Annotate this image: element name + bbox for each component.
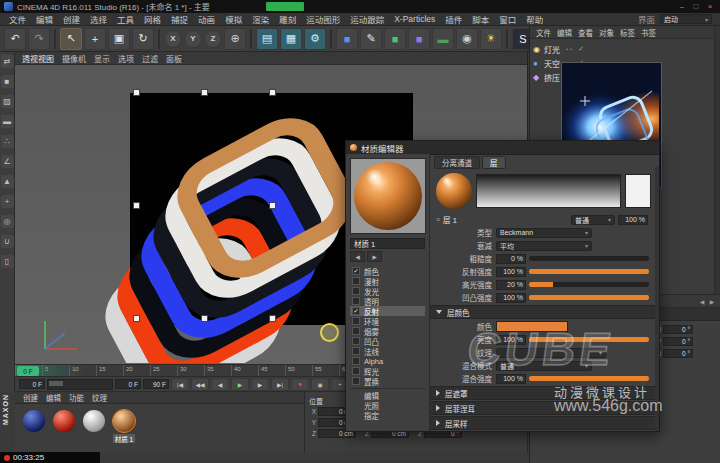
material-swatch[interactable] xyxy=(51,410,77,443)
add-spline-button[interactable]: ✎ xyxy=(360,28,382,50)
menubar-item[interactable]: 渲染 xyxy=(247,13,274,25)
material-channel-row[interactable]: 指定 xyxy=(350,410,425,420)
tab-separate-passes[interactable]: 分离通道 xyxy=(434,156,480,169)
coord-field[interactable]: 0 ° xyxy=(663,337,693,346)
channel-checkbox[interactable] xyxy=(352,377,360,385)
channel-checkbox[interactable] xyxy=(352,327,360,335)
layer-mask-section[interactable]: 层遮罩 xyxy=(430,386,657,400)
material-name-field[interactable]: 材质 1 xyxy=(350,238,425,249)
material-channel-row[interactable]: 反射 xyxy=(350,306,425,316)
coord-field[interactable]: 0 ° xyxy=(663,349,693,358)
menubar-item[interactable]: 运动图形 xyxy=(301,13,345,25)
menubar-item[interactable]: 选择 xyxy=(85,13,112,25)
viewport-menu-item[interactable]: 面板 xyxy=(162,53,186,64)
prev-preview-icon[interactable]: ◀ xyxy=(350,251,365,262)
material-menu-item[interactable]: 纹理 xyxy=(88,392,111,403)
live-selection-icon[interactable]: ↖ xyxy=(60,28,82,50)
mix-mode-select[interactable]: 普通 xyxy=(496,361,592,371)
visibility-dots-icon[interactable] xyxy=(566,46,574,52)
channel-checkbox[interactable] xyxy=(352,367,360,375)
menubar-item[interactable]: 文件 xyxy=(4,13,31,25)
rotate-tool-icon[interactable]: ↻ xyxy=(132,28,154,50)
layer-color-section[interactable]: 层颜色 xyxy=(430,305,657,319)
layer-color-swatch[interactable] xyxy=(496,321,568,332)
menubar-item[interactable]: 雕刻 xyxy=(274,13,301,25)
autokey-icon[interactable]: ◉ xyxy=(311,378,329,391)
selection-handle[interactable] xyxy=(269,315,276,322)
reflection-layer-row[interactable]: ≡ 层 1 普通 100 % xyxy=(430,213,657,226)
specular-strength-field[interactable]: 20 % xyxy=(496,280,526,290)
layer-sampling-section[interactable]: 层采样 xyxy=(430,416,657,430)
material-channel-row[interactable]: 发光 xyxy=(350,286,425,296)
channel-checkbox[interactable] xyxy=(352,337,360,345)
menubar-item[interactable]: 捕捉 xyxy=(166,13,193,25)
mix-strength-field[interactable]: 100 % xyxy=(496,374,526,384)
z-axis-lock-button[interactable]: Z xyxy=(204,30,222,48)
material-channel-row[interactable]: 环境 xyxy=(350,316,425,326)
material-channel-row[interactable]: 透明 xyxy=(350,296,425,306)
viewport-menu-item[interactable]: 过滤 xyxy=(138,53,162,64)
toolbar-icon[interactable] xyxy=(330,29,332,49)
menubar-item[interactable]: 网格 xyxy=(139,13,166,25)
channel-checkbox[interactable] xyxy=(352,357,360,365)
mix-strength-slider[interactable] xyxy=(529,376,649,381)
material-swatch[interactable] xyxy=(21,410,47,443)
reflection-strength-slider[interactable] xyxy=(529,269,649,274)
menubar-item[interactable]: 帮助 xyxy=(521,13,548,25)
texture-mode-icon[interactable]: ▨ xyxy=(1,95,14,108)
next-frame-button[interactable]: ▶ xyxy=(251,378,269,391)
layer-drag-handle-icon[interactable]: ≡ xyxy=(436,216,440,223)
menubar-item[interactable]: 脚本 xyxy=(467,13,494,25)
range-start-field[interactable]: 0 F xyxy=(115,379,141,389)
layer-blend-select[interactable]: 普通 xyxy=(571,215,615,225)
bump-strength-field[interactable]: 100 % xyxy=(496,293,526,303)
object-manager-scrollbar[interactable] xyxy=(714,26,720,294)
maximize-button[interactable]: □ xyxy=(690,2,702,11)
material-channel-row[interactable]: 烟雾 xyxy=(350,326,425,336)
menubar-item[interactable]: 创建 xyxy=(58,13,85,25)
selection-handle[interactable] xyxy=(201,89,208,96)
viewport-menu-item[interactable]: 显示 xyxy=(90,53,114,64)
model-mode-icon[interactable]: ■ xyxy=(1,75,14,88)
object-manager-menu-item[interactable]: 编辑 xyxy=(554,27,575,38)
minimize-button[interactable]: – xyxy=(676,2,688,11)
make-editable-icon[interactable]: ⇄ xyxy=(1,55,14,68)
points-mode-icon[interactable]: ∴ xyxy=(1,135,14,148)
menubar-item[interactable]: 动画 xyxy=(193,13,220,25)
goto-start-button[interactable]: |◀ xyxy=(171,378,189,391)
material-menu-item[interactable]: 编辑 xyxy=(42,392,65,403)
roughness-field[interactable]: 0 % xyxy=(496,254,526,264)
channel-checkbox[interactable] xyxy=(352,347,360,355)
prev-key-button[interactable]: ◀◀ xyxy=(191,378,209,391)
edges-mode-icon[interactable]: ∠ xyxy=(1,155,14,168)
snap-icon[interactable]: ∪ xyxy=(1,235,14,248)
material-menu-item[interactable]: 创建 xyxy=(19,392,42,403)
undo-icon[interactable]: ↶ xyxy=(4,28,26,50)
material-channel-row[interactable]: 编辑 xyxy=(350,388,425,400)
scale-tool-icon[interactable]: ▣ xyxy=(108,28,130,50)
selection-handle[interactable] xyxy=(133,315,140,322)
toolbar-icon[interactable] xyxy=(506,29,508,49)
viewport-solo-icon[interactable]: ◎ xyxy=(1,215,14,228)
material-channel-row[interactable]: 漫射 xyxy=(350,276,425,286)
coord-field[interactable]: 0 ° xyxy=(663,325,693,334)
selection-handle[interactable] xyxy=(269,202,276,209)
material-channel-row[interactable]: 颜色 xyxy=(350,266,425,276)
toolbar-icon[interactable] xyxy=(250,29,252,49)
add-mograph-button[interactable]: ■ xyxy=(384,28,406,50)
object-name[interactable]: 灯光 xyxy=(544,44,560,55)
history-back-icon[interactable]: ◀ xyxy=(697,298,707,305)
timeline-playhead[interactable]: 0 F xyxy=(17,366,39,376)
layer-amount-field[interactable]: 100 % xyxy=(618,215,648,225)
prev-frame-button[interactable]: ◀ xyxy=(211,378,229,391)
selection-handle[interactable] xyxy=(133,202,140,209)
material-editor-titlebar[interactable]: 材质编辑器 xyxy=(346,141,659,155)
range-slider[interactable] xyxy=(47,379,113,390)
goto-end-button[interactable]: ▶| xyxy=(271,378,289,391)
current-frame-field[interactable]: 0 F xyxy=(19,379,45,389)
viewport-menu-item[interactable]: 透视视图 xyxy=(18,53,58,64)
channel-checkbox[interactable] xyxy=(352,287,360,295)
material-channel-row[interactable]: 凹凸 xyxy=(350,336,425,346)
reflection-strength-field[interactable]: 100 % xyxy=(496,267,526,277)
material-menu-item[interactable]: 功能 xyxy=(65,392,88,403)
